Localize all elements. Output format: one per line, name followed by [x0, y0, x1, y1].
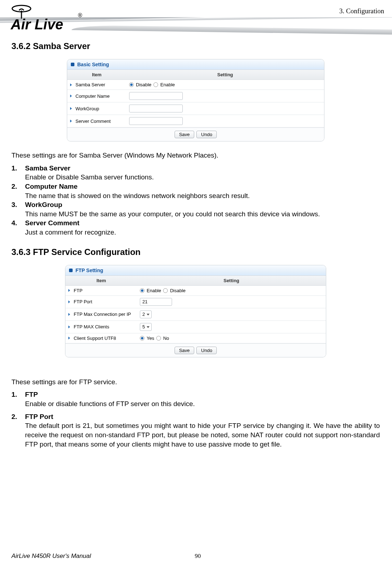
panel-title-basic: Basic Setting — [67, 59, 324, 70]
ftp-list: 1.FTPEnable or disable functions of FTP … — [11, 390, 380, 449]
radio-enable[interactable] — [153, 82, 158, 87]
list-item: 2.FTP PortThe default port is 21, but so… — [11, 412, 380, 449]
input-ftp-port[interactable] — [140, 298, 172, 306]
row-utf8: Client Support UTF8 Yes No — [65, 333, 326, 343]
radio-yes-label: Yes — [147, 336, 154, 341]
label-computer-name: Computer Name — [75, 93, 109, 99]
list-item: 2.Computer NameThe name that is showed o… — [11, 182, 380, 200]
list-item: 3.WorkGroupThis name MUST be the same as… — [11, 200, 380, 218]
label-ftp-max-ip: FTP Max Connection per IP — [74, 312, 131, 317]
list-item: 1.Samba ServerEnable or Disable Samba se… — [11, 164, 380, 182]
row-ftp-max-ip: FTP Max Connection per IP 2 — [65, 308, 326, 321]
page-header-chapter: 3. Configuration — [339, 7, 384, 15]
panel-icon — [71, 63, 74, 66]
row-ftp-max-clients: FTP MAX Clients 5 — [65, 321, 326, 333]
row-workgroup: WorkGroup — [67, 102, 324, 115]
select-ftp-max-ip[interactable]: 2 — [140, 310, 152, 318]
list-item: 1.FTPEnable or disable functions of FTP … — [11, 390, 380, 408]
panel-title-text: Basic Setting — [77, 62, 109, 67]
radio-yes[interactable] — [140, 336, 144, 341]
samba-list: 1.Samba ServerEnable or Disable Samba se… — [11, 164, 380, 237]
caret-icon — [70, 120, 72, 122]
radio-no[interactable] — [156, 336, 161, 341]
radio-disable-label: Disable — [170, 288, 185, 293]
list-item: 4.Server CommentJust a comment for recog… — [11, 218, 380, 237]
radio-enable-label: Enable — [147, 288, 161, 293]
ftp-intro: These settings are for FTP service. — [11, 377, 380, 387]
radio-disable-label: Disable — [136, 82, 151, 87]
caret-icon — [68, 337, 70, 339]
row-ftp-port: FTP Port — [65, 296, 326, 308]
table-head: Item Setting — [67, 70, 324, 80]
label-ftp-max-clients: FTP MAX Clients — [74, 324, 109, 329]
radio-disable[interactable] — [163, 288, 168, 293]
panel-title-text: FTP Setting — [75, 267, 103, 273]
row-samba-server: Samba Server Disable Enable — [67, 80, 324, 90]
radio-no-label: No — [163, 336, 169, 341]
caret-icon — [70, 107, 72, 110]
panel-icon — [69, 269, 73, 272]
col-setting: Setting — [137, 276, 326, 285]
row-computer-name: Computer Name — [67, 90, 324, 102]
save-button[interactable]: Save — [175, 347, 195, 354]
svg-text:Air Live: Air Live — [10, 16, 63, 32]
table-head: Item Setting — [65, 276, 326, 286]
input-workgroup[interactable] — [129, 105, 183, 112]
label-workgroup: WorkGroup — [75, 106, 99, 111]
footer-page-number: 90 — [195, 553, 201, 560]
input-computer-name[interactable] — [129, 92, 183, 100]
col-item: Item — [65, 276, 137, 285]
page-footer: AirLive N450R User's Manual 90 — [11, 553, 384, 560]
label-server-comment: Server Comment — [75, 119, 111, 124]
row-ftp: FTP Enable Disable — [65, 286, 326, 296]
panel-title-ftp: FTP Setting — [65, 265, 326, 276]
row-server-comment: Server Comment — [67, 115, 324, 127]
input-server-comment[interactable] — [129, 117, 183, 125]
undo-button[interactable]: Undo — [196, 347, 217, 354]
save-button[interactable]: Save — [175, 131, 195, 138]
undo-button[interactable]: Undo — [196, 131, 217, 138]
footer-manual-title: AirLive N450R User's Manual — [11, 553, 91, 560]
caret-icon — [70, 83, 72, 86]
svg-text:®: ® — [78, 12, 82, 18]
heading-ftp: 3.6.3 FTP Service Configuration — [11, 247, 380, 257]
select-ftp-max-clients[interactable]: 5 — [140, 323, 152, 331]
caret-icon — [68, 300, 70, 303]
radio-enable-label: Enable — [160, 82, 175, 87]
radio-disable[interactable] — [129, 82, 134, 87]
caret-icon — [70, 95, 72, 97]
col-item: Item — [67, 70, 126, 79]
samba-intro: These settings are for Samba Server (Win… — [11, 151, 380, 160]
panel-ftp-setting: FTP Setting Item Setting FTP Enable Disa… — [65, 265, 326, 357]
label-ftp: FTP — [74, 288, 83, 293]
button-row: Save Undo — [65, 343, 326, 357]
caret-icon — [68, 289, 70, 292]
caret-icon — [68, 326, 70, 328]
panel-basic-setting: Basic Setting Item Setting Samba Server … — [67, 59, 324, 141]
label-ftp-port: FTP Port — [74, 299, 92, 304]
airlive-logo: Air Live ® — [8, 1, 87, 34]
radio-enable[interactable] — [140, 288, 144, 293]
caret-icon — [68, 313, 70, 316]
col-setting: Setting — [126, 70, 324, 79]
label-samba-server: Samba Server — [75, 82, 105, 87]
button-row: Save Undo — [67, 127, 324, 141]
heading-samba: 3.6.2 Samba Server — [11, 41, 380, 51]
label-utf8: Client Support UTF8 — [74, 336, 116, 341]
